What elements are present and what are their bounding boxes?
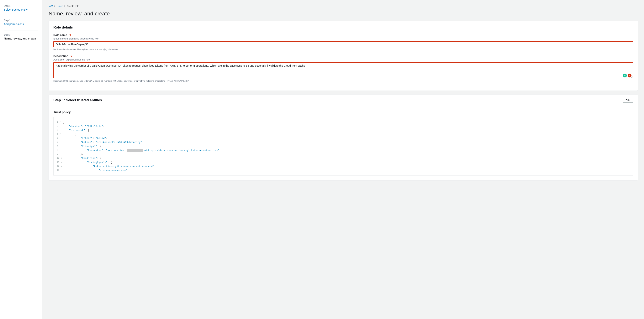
code-line-2: 2 "Version": "2012-10-17", (57, 124, 630, 128)
role-name-label: Role name (54, 34, 67, 36)
trusted-entities-body: Trust policy 1 ▾ { 2 "Version": "2012-10… (48, 106, 638, 180)
description-field: Description 2 Add a short explanation fo… (54, 54, 633, 82)
role-name-hint: Enter a meaningful name to identify this… (54, 37, 633, 40)
textarea-badges: G 3 (623, 74, 632, 78)
code-line-4: 4 ▾ { (57, 132, 630, 136)
code-line-3: 3 ▾ "Statement": [ (57, 128, 630, 132)
sidebar: Step 1 Select trusted entity Step 2 Add … (0, 0, 42, 319)
annotation-1: 1 (69, 33, 71, 37)
description-wrapper: A role allowing the carrier of a valid O… (54, 62, 633, 79)
code-line-1: 1 ▾ { (57, 120, 630, 124)
role-details-title: Role details (54, 26, 633, 30)
page-title: Name, review, and create (48, 10, 638, 17)
code-line-5: 5 "Effect": "Allow", (57, 136, 630, 140)
sidebar-step-2: Step 2 Add permissions (4, 19, 38, 26)
code-line-10: 10 ▾ "Condition": { (57, 156, 630, 160)
divider-1 (4, 16, 38, 16)
code-line-6: 6 "Action": "sts:AssumeRoleWithWebIdenti… (57, 140, 630, 144)
step3-current: Name, review, and create (4, 37, 38, 40)
breadcrumb-iam[interactable]: IAM (48, 4, 53, 8)
divider-2 (4, 30, 38, 30)
code-line-9: 9 }, (57, 152, 630, 156)
trust-policy-title: Trust policy (54, 110, 633, 114)
trusted-entities-title: Step 1: Select trusted entities (54, 98, 102, 102)
role-name-field: Role name 1 Enter a meaningful name to i… (54, 33, 633, 50)
trusted-entities-section: Step 1: Select trusted entities Edit Tru… (48, 94, 638, 180)
breadcrumb: IAM > Roles > Create role (48, 4, 638, 8)
description-textarea[interactable]: A role allowing the carrier of a valid O… (54, 62, 633, 78)
code-line-7: 7 ▾ "Principal": { (57, 144, 630, 148)
main-content: IAM > Roles > Create role Name, review, … (42, 0, 644, 319)
role-name-input[interactable] (54, 41, 633, 48)
sidebar-step-3: Step 3 Name, review, and create (4, 34, 38, 40)
trusted-entities-edit-button[interactable]: Edit (623, 98, 633, 103)
step1-label: Step 1 (4, 4, 38, 7)
breadcrumb-sep-1: > (54, 5, 56, 8)
description-help: Maximum 1000 characters. Use letters (A-… (54, 80, 633, 82)
step2-label: Step 2 (4, 19, 38, 22)
sidebar-item-add-permissions[interactable]: Add permissions (4, 22, 24, 26)
breadcrumb-roles[interactable]: Roles (57, 4, 63, 8)
code-line-8: 8 "Federated": "arn:aws:iam::XXXXXXXXXX:… (57, 148, 630, 152)
count-badge: 3 (628, 74, 632, 78)
sidebar-item-select-trusted-entity[interactable]: Select trusted entity (4, 8, 28, 11)
breadcrumb-create-role: Create role (67, 4, 79, 8)
redacted-account-id: XXXXXXXXXX (127, 149, 143, 152)
description-hint: Add a short explanation for this role. (54, 58, 633, 61)
step3-label: Step 3 (4, 34, 38, 36)
annotation-2: 2 (70, 54, 72, 58)
role-name-help: Maximum 64 characters. Use alphanumeric … (54, 48, 633, 50)
code-line-13: 13 "sts.amazonaws.com" (57, 168, 630, 172)
sidebar-step-1: Step 1 Select trusted entity (4, 4, 38, 11)
code-line-12: 12 ▾ "token.actions.githubusercontent.co… (57, 164, 630, 168)
breadcrumb-sep-2: > (64, 5, 66, 8)
trust-policy-code: 1 ▾ { 2 "Version": "2012-10-17", 3 ▾ "St… (54, 117, 633, 176)
role-details-card: Role details Role name 1 Enter a meaning… (48, 20, 638, 91)
description-label: Description (54, 54, 68, 58)
code-line-11: 11 ▾ "StringEquals": { (57, 160, 630, 164)
grammarly-badge: G (623, 74, 627, 78)
trusted-entities-header: Step 1: Select trusted entities Edit (48, 94, 638, 106)
